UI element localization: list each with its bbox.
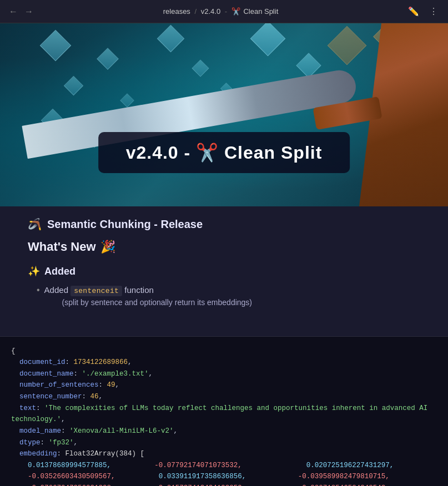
breadcrumb-version[interactable]: v2.4.0 — [201, 7, 220, 16]
back-button[interactable]: ← — [7, 5, 20, 18]
hero-scissors-icon: ✂️ — [196, 143, 219, 163]
code-matrix-row-2: -0.03526603430509567, 0.0339119173586368… — [11, 471, 437, 483]
whats-new-title: What's New 🎉 — [28, 240, 420, 254]
sub-bullet: (split by sentence and optionally return… — [44, 297, 252, 308]
nav-bar: ← → releases / v2.4.0 - ✂️ Clean Split ✏… — [0, 0, 448, 23]
hero-background: v2.4.0 - ✂️ Clean Split — [0, 23, 448, 206]
code-matrix-row-1: 0.01378689994577885, -0.0779217407107353… — [11, 460, 437, 472]
nav-arrows: ← → — [7, 5, 36, 18]
release-icon: 🪃 — [28, 217, 42, 231]
ice-cube-decoration — [192, 59, 209, 77]
bullet-text-prefix: Added — [44, 285, 71, 295]
hero-title: v2.4.0 - ✂️ Clean Split — [126, 143, 323, 163]
code-matrix-cell: 0.020725196227431297, — [298, 460, 437, 472]
ice-cube-decoration — [250, 23, 286, 56]
breadcrumb-sep2: - — [225, 7, 227, 16]
ice-cube-decoration — [64, 76, 83, 95]
nav-actions: ✏️ ⋮ — [406, 4, 441, 19]
bullet-dot: • — [37, 285, 40, 295]
ice-cube-decoration — [157, 25, 184, 52]
code-matrix-cell: -0.07667047256231308, — [11, 483, 150, 486]
bullet-content: Added sentenceit function (split by sent… — [44, 284, 252, 311]
hero-title-prefix: v2.4.0 - — [126, 143, 196, 163]
more-button[interactable]: ⋮ — [426, 4, 441, 19]
ice-cube-decoration — [328, 26, 367, 65]
sparkle-icon: ✨ — [28, 265, 40, 277]
ice-cube-decoration — [120, 93, 134, 107]
ice-cube-decoration — [97, 48, 119, 70]
whats-new-section: What's New 🎉 — [28, 240, 420, 254]
code-matrix-row-3: -0.07667047256231308, -0.015737413424193… — [11, 483, 437, 486]
hero-container: v2.4.0 - ✂️ Clean Split — [0, 23, 448, 206]
code-line-text: text: 'The complexities of LLMs today re… — [11, 403, 437, 426]
scissors-icon: ✂️ — [231, 7, 240, 16]
code-matrix-cell: -0.020718546584248543, — [298, 483, 437, 486]
bullet-text-suffix: function — [122, 285, 154, 295]
breadcrumb-releases[interactable]: releases — [163, 7, 190, 16]
hero-title-overlay: v2.4.0 - ✂️ Clean Split — [98, 132, 350, 173]
code-line-model: model_name: 'Xenova/all-MiniLM-L6-v2', — [11, 426, 437, 437]
code-block: { document_id: 1734122689866, document_n… — [0, 336, 448, 487]
code-sentenceit: sentenceit — [71, 286, 122, 296]
code-matrix-cell: 0.033911917358636856, — [154, 471, 293, 483]
edit-button[interactable]: ✏️ — [406, 4, 421, 19]
code-line-doc-name: document_name: './example3.txt', — [11, 368, 437, 380]
code-matrix-cell: -0.07792174071073532, — [154, 460, 293, 472]
added-label: Added — [44, 266, 75, 277]
release-title: Semantic Chunking - Release — [47, 218, 203, 231]
added-section: ✨ Added • Added sentenceit function (spl… — [28, 265, 420, 311]
code-matrix-cell: 0.01378689994577885, — [11, 460, 150, 472]
release-header: 🪃 Semantic Chunking - Release — [28, 217, 420, 231]
whats-new-label: What's New — [28, 240, 96, 254]
ice-cube-decoration — [40, 30, 72, 62]
code-line-doc-id: document_id: 1734122689866, — [11, 357, 437, 368]
breadcrumb: releases / v2.4.0 - ✂️ Clean Split — [40, 7, 401, 16]
breadcrumb-title: Clean Split — [243, 7, 278, 16]
code-line-embedding: embedding: Float32Array(384) [ — [11, 448, 437, 460]
code-line-dtype: dtype: 'fp32', — [11, 437, 437, 449]
hero-title-main: Clean Split — [219, 143, 322, 163]
code-matrix-cell: -0.03526603430509567, — [11, 471, 150, 483]
code-line-brace-open: { — [11, 346, 437, 357]
code-line-sentence-num: sentence_number: 46, — [11, 391, 437, 403]
party-icon: 🎉 — [100, 240, 115, 254]
bullet-item: • Added sentenceit function (split by se… — [28, 284, 420, 311]
breadcrumb-sep1: / — [195, 7, 197, 16]
code-line-num-sentences: number_of_sentences: 49, — [11, 379, 437, 391]
code-matrix-cell: -0.015737413424193859, — [154, 483, 293, 486]
code-matrix-cell: -0.039589982479810715, — [298, 471, 437, 483]
content-area: 🪃 Semantic Chunking - Release What's New… — [0, 206, 448, 336]
forward-button[interactable]: → — [22, 5, 36, 18]
added-title: ✨ Added — [28, 265, 420, 277]
